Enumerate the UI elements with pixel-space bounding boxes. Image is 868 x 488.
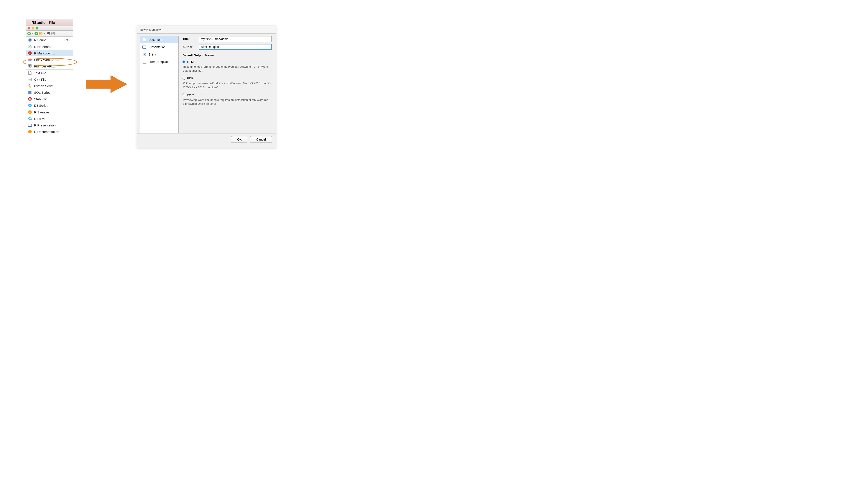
rdoc-icon: ● xyxy=(28,130,32,134)
new-project-icon[interactable]: + xyxy=(34,32,38,36)
open-folder-icon[interactable]: 📂 xyxy=(39,32,43,36)
minimize-window-button[interactable] xyxy=(32,27,34,30)
document-icon xyxy=(142,38,146,42)
file-menu[interactable]: File xyxy=(47,21,57,25)
sidebar-item-label: Document xyxy=(148,38,162,41)
dialog-title: New R Markdown xyxy=(137,26,276,34)
sidebar-item-label: Presentation xyxy=(148,45,165,49)
menu-item-cpp-file[interactable]: cpp C++ File xyxy=(26,76,73,83)
template-icon xyxy=(142,60,146,64)
cpp-icon: cpp xyxy=(28,77,32,82)
ok-button[interactable]: OK xyxy=(231,136,248,143)
format-label: Word xyxy=(187,93,194,97)
r-script-icon: R xyxy=(28,38,32,42)
format-option-pdf: PDF PDF output requires TeX (MiKTeX on W… xyxy=(183,76,272,89)
menu-item-python-script[interactable]: 🐍 Python Script xyxy=(26,83,73,89)
menu-item-r-notebook[interactable]: R R Notebook xyxy=(26,43,73,50)
menu-item-label: D3 Script xyxy=(34,104,48,107)
sidebar-item-label: Shiny xyxy=(148,53,156,56)
title-input[interactable] xyxy=(199,36,272,42)
menu-item-d3-script[interactable]: JS D3 Script xyxy=(26,102,73,109)
format-option-html: HTML Recommended format for authoring (y… xyxy=(183,60,272,73)
shiny-icon: R xyxy=(142,53,146,56)
dialog-content: Title: Author: Default Output Format: HT… xyxy=(179,34,276,133)
close-window-button[interactable] xyxy=(28,27,30,30)
sidebar-item-label: From Template xyxy=(148,60,168,64)
format-description: PDF output requires TeX (MiKTeX on Windo… xyxy=(183,82,272,89)
stan-icon: S xyxy=(28,97,32,101)
menu-item-label: Plumber API... xyxy=(34,64,55,68)
output-format-heading: Default Output Format: xyxy=(183,54,272,57)
dropdown-icon[interactable]: ▾ xyxy=(32,33,33,35)
menu-item-text-file[interactable]: Text File xyxy=(26,70,73,76)
menu-item-label: Python Script xyxy=(34,84,53,88)
python-icon: 🐍 xyxy=(28,84,32,88)
author-label: Author: xyxy=(183,45,196,48)
radio-html[interactable] xyxy=(183,61,185,63)
radio-pdf[interactable] xyxy=(183,77,185,80)
menu-item-label: R Sweave xyxy=(34,110,49,114)
app-name[interactable]: RStudio xyxy=(30,21,47,25)
menu-item-label: SQL Script xyxy=(34,91,50,94)
menu-item-label: C++ File xyxy=(34,78,46,82)
new-file-menu: R R Script ⇧⌘N R R Notebook ● R Markdown… xyxy=(26,37,73,135)
title-label: Title: xyxy=(183,37,196,41)
save-icon[interactable]: 💾 xyxy=(46,32,50,36)
notebook-icon: R xyxy=(28,45,32,48)
menu-item-r-html[interactable]: 🌐 R HTML xyxy=(26,116,73,122)
sidebar-item-from-template[interactable]: From Template xyxy=(140,58,178,65)
menu-item-label: R Notebook xyxy=(34,45,51,48)
new-rmarkdown-dialog: New R Markdown Document Presentation R S… xyxy=(137,26,276,148)
sidebar-item-document[interactable]: Document xyxy=(140,36,178,43)
rmarkdown-icon: ● xyxy=(28,51,32,55)
svg-marker-0 xyxy=(86,75,127,93)
format-option-word: Word Previewing Word documents requires … xyxy=(183,93,272,106)
menu-item-stan-file[interactable]: S Stan File xyxy=(26,96,73,102)
cancel-button[interactable]: Cancel xyxy=(250,136,272,143)
author-input[interactable] xyxy=(199,44,272,50)
presentation-icon xyxy=(28,123,32,127)
menu-item-label: R Presentation xyxy=(34,123,56,127)
dialog-sidebar: Document Presentation R Shiny From Templ… xyxy=(140,36,179,133)
menu-item-r-markdown[interactable]: ● R Markdown... xyxy=(26,50,73,56)
presentation-icon xyxy=(142,45,146,49)
menu-item-label: Shiny Web App... xyxy=(34,58,59,62)
menu-item-label: R HTML xyxy=(34,117,46,121)
menu-item-shiny-web-app[interactable]: R Shiny Web App... xyxy=(26,56,73,63)
rstudio-toolbar: + ▾ + 📂 ▾ 💾 💾 xyxy=(26,31,73,37)
dropdown-icon[interactable]: ▾ xyxy=(44,33,45,35)
menu-item-plumber-api[interactable]: R Plumber API... xyxy=(26,63,73,69)
format-description: Recommended format for authoring (you ca… xyxy=(183,65,272,73)
mac-menubar: RStudio File xyxy=(26,20,73,26)
menu-item-label: Text File xyxy=(34,71,46,75)
menu-item-r-sweave[interactable]: ● R Sweave xyxy=(26,109,73,116)
menu-item-r-documentation[interactable]: ● R Documentation xyxy=(26,128,73,135)
save-all-icon[interactable]: 💾 xyxy=(51,32,55,36)
sweave-icon: ● xyxy=(28,110,32,114)
dialog-body: Document Presentation R Shiny From Templ… xyxy=(137,34,276,133)
text-file-icon xyxy=(28,71,32,75)
menu-item-label: R Documentation xyxy=(34,130,59,134)
shiny-icon: R xyxy=(28,58,32,62)
format-label: PDF xyxy=(187,76,193,80)
sidebar-item-shiny[interactable]: R Shiny xyxy=(140,51,178,58)
menu-item-label: R Script xyxy=(34,38,45,42)
plumber-icon: R xyxy=(28,64,32,68)
d3-icon: JS xyxy=(28,103,32,107)
new-file-menu-panel: RStudio File + ▾ + 📂 ▾ 💾 💾 R R Script ⇧⌘… xyxy=(26,20,73,135)
new-file-icon[interactable]: + xyxy=(27,32,31,36)
dialog-footer: OK Cancel xyxy=(137,133,276,145)
menu-item-sql-script[interactable]: SQL Script xyxy=(26,89,73,96)
menu-item-label: R Markdown... xyxy=(34,52,55,55)
menu-item-r-script[interactable]: R R Script ⇧⌘N xyxy=(26,37,73,43)
menu-item-label: Stan File xyxy=(34,97,47,101)
window-controls xyxy=(26,26,73,31)
menu-item-r-presentation[interactable]: R Presentation xyxy=(26,122,73,128)
shortcut-text: ⇧⌘N xyxy=(63,38,70,42)
maximize-window-button[interactable] xyxy=(36,27,38,30)
format-description: Previewing Word documents requires an in… xyxy=(183,98,272,106)
arrow-annotation xyxy=(86,75,127,93)
radio-word[interactable] xyxy=(183,94,185,96)
sidebar-item-presentation[interactable]: Presentation xyxy=(140,43,178,51)
sql-icon xyxy=(28,91,32,94)
